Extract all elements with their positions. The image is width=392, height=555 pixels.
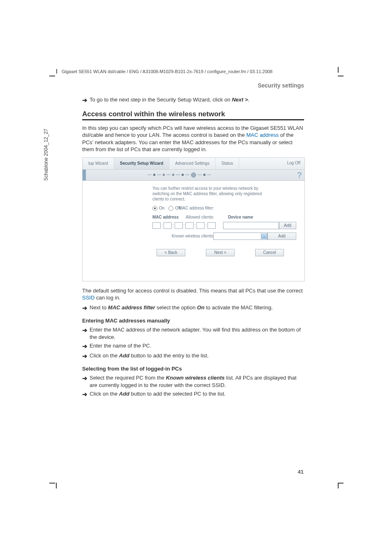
chevron-down-icon: ⌄	[261, 233, 267, 239]
template-label: Schablone 2004_12_27	[43, 129, 49, 181]
intro-paragraph: In this step you can specify which PCs w…	[82, 124, 304, 153]
known-clients-label: Known wireless clients:	[152, 234, 218, 238]
step-click-add-2: Click on the Add button to add the selec…	[90, 390, 304, 398]
tab-security-setup[interactable]: Security Setup Wizard	[114, 158, 170, 169]
header-path: Gigaset SE551 WLAN dsl/cable / ENG / A31…	[62, 69, 272, 74]
step-enter-mac: Enter the MAC address of the network ada…	[90, 326, 304, 341]
step-enter-name: Enter the name of the PC.	[90, 342, 304, 350]
page-number: 41	[298, 469, 304, 475]
default-setting-para: The default setting for access control i…	[82, 287, 304, 302]
heading-rule	[82, 119, 304, 120]
logoff-link[interactable]: Log Off	[283, 158, 304, 169]
arrow-icon: ➜	[82, 304, 90, 312]
intro-step: To go to the next step in the Security S…	[90, 96, 304, 104]
help-icon[interactable]: ?	[297, 170, 302, 180]
step-mac-filter: Next to MAC address filter select the op…	[90, 304, 304, 311]
arrow-icon: ➜	[82, 352, 90, 360]
arrow-icon: ➜	[82, 342, 90, 350]
add-known-button[interactable]: Add	[267, 233, 296, 240]
mac-3[interactable]	[175, 222, 183, 229]
subhead-loggedin: Selecting from the list of logged-in PCs	[82, 366, 304, 372]
mac-4[interactable]	[185, 222, 194, 229]
page-heading: Access control within the wireless netwo…	[82, 110, 304, 118]
col-device: Device name	[228, 215, 253, 219]
arrow-icon: ➜	[82, 326, 90, 334]
mac-2[interactable]	[164, 222, 172, 229]
step-select-known: Select the required PC from the Known wi…	[90, 374, 304, 389]
back-button[interactable]: < Back	[157, 249, 185, 256]
cancel-button[interactable]: Cancel	[255, 249, 284, 256]
mac-5[interactable]	[196, 222, 205, 229]
router-ui-screenshot: tup Wizard Security Setup Wizard Advance…	[82, 157, 305, 281]
mac-1[interactable]	[152, 222, 161, 229]
device-name-input[interactable]	[223, 222, 279, 229]
arrow-icon: ➜	[82, 96, 90, 104]
ui-intro-text: You can further restrict access to your …	[152, 186, 267, 202]
mac-filter-label: MAC address filter:	[152, 206, 218, 210]
next-button[interactable]: Next >	[206, 249, 235, 256]
arrow-icon: ➜	[82, 374, 90, 382]
add-mac-button[interactable]: Add	[279, 222, 296, 229]
section-breadcrumb: Security settings	[82, 82, 304, 89]
mac-input-group: : : : : :	[152, 222, 216, 229]
ui-tabs: tup Wizard Security Setup Wizard Advance…	[83, 158, 304, 170]
known-clients-select[interactable]: ⌄	[213, 233, 267, 240]
step-click-add-1: Click on the Add button to add the entry…	[90, 352, 304, 359]
wizard-progress: ?	[83, 170, 304, 181]
mac-address-link[interactable]: MAC address	[246, 132, 279, 138]
allowed-clients-label: Allowed clients:	[152, 215, 218, 219]
ssid-link[interactable]: SSID	[82, 295, 95, 301]
tab-status[interactable]: Status	[216, 158, 239, 169]
arrow-icon: ➜	[82, 390, 90, 398]
tab-advanced[interactable]: Advanced Settings	[169, 158, 215, 169]
subhead-manual: Entering MAC addresses manually	[82, 318, 304, 324]
tab-setup-wizard[interactable]: tup Wizard	[83, 158, 114, 169]
mac-6[interactable]	[208, 222, 216, 229]
